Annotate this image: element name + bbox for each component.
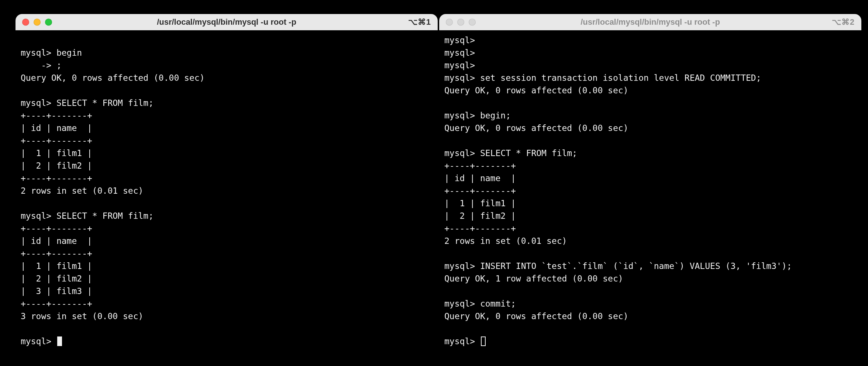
window-title: /usr/local/mysql/bin/mysql -u root -p <box>16 17 438 27</box>
window-shortcut: ⌥⌘2 <box>832 17 855 27</box>
minimize-icon[interactable] <box>34 19 41 26</box>
cursor-icon <box>57 336 62 346</box>
titlebar[interactable]: /usr/local/mysql/bin/mysql -u root -p ⌥⌘… <box>439 14 861 30</box>
terminal-output: mysql> mysql> mysql> mysql> set session … <box>444 35 792 321</box>
desktop: /usr/local/mysql/bin/mysql -u root -p ⌥⌘… <box>0 0 868 366</box>
terminal-content[interactable]: mysql> begin -> ; Query OK, 0 rows affec… <box>16 30 438 355</box>
zoom-icon[interactable] <box>45 19 52 26</box>
window-title: /usr/local/mysql/bin/mysql -u root -p <box>439 17 861 27</box>
close-icon[interactable] <box>446 19 453 26</box>
terminal-window-1[interactable]: /usr/local/mysql/bin/mysql -u root -p ⌥⌘… <box>16 14 438 355</box>
prompt: mysql> <box>444 335 480 348</box>
prompt: mysql> <box>21 335 56 348</box>
traffic-lights <box>22 19 52 26</box>
terminal-content[interactable]: mysql> mysql> mysql> mysql> set session … <box>439 30 861 355</box>
window-shortcut: ⌥⌘1 <box>408 17 431 27</box>
zoom-icon[interactable] <box>469 19 476 26</box>
terminal-output: mysql> begin -> ; Query OK, 0 rows affec… <box>21 48 205 321</box>
minimize-icon[interactable] <box>457 19 464 26</box>
traffic-lights <box>446 19 476 26</box>
titlebar[interactable]: /usr/local/mysql/bin/mysql -u root -p ⌥⌘… <box>16 14 438 30</box>
cursor-icon <box>481 336 486 346</box>
terminal-window-2[interactable]: /usr/local/mysql/bin/mysql -u root -p ⌥⌘… <box>439 14 861 355</box>
close-icon[interactable] <box>22 19 29 26</box>
